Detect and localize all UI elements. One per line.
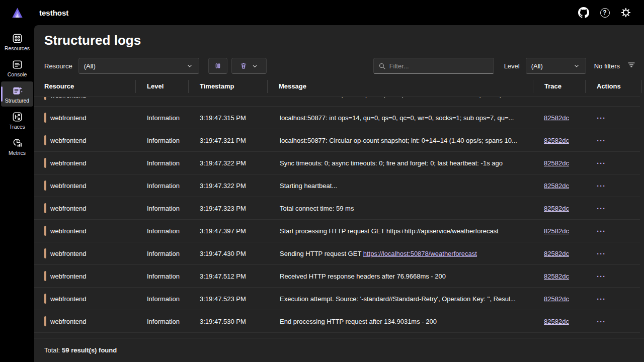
column-header-message[interactable]: Message [268,80,533,93]
sidebar-item-traces[interactable]: Traces [1,108,33,133]
resource-cell: webfrontend [34,226,136,236]
column-header-trace[interactable]: Trace [533,80,586,93]
log-row[interactable]: webfrontend Information 3:19:47.430 PM S… [34,242,640,265]
trace-link[interactable]: 82582dc [544,114,569,122]
trace-link[interactable]: 82582dc [544,97,569,98]
log-row[interactable]: webfrontend Information 3:19:47.321 PM l… [34,129,640,152]
main-panel: Structured logs Resource (All) [34,25,644,362]
level-cell: Information [136,97,189,98]
log-row[interactable]: webfrontend Information localhost:50877:… [34,97,640,107]
resource-cell-label: webfrontend [50,97,87,99]
resources-grid-icon [12,33,23,44]
resource-select[interactable]: (All) [78,58,199,74]
total-count: 59 result(s) found [62,346,117,354]
log-row[interactable]: webfrontend Information 3:19:47.397 PM S… [34,220,640,242]
actions-cell: ··· [586,272,640,281]
message-cell: Starting heartbeat... [268,182,533,190]
settings-icon[interactable] [619,6,633,20]
row-actions-button[interactable]: ··· [597,182,606,190]
trace-link[interactable]: 82582dc [544,137,569,144]
level-cell: Information [136,159,189,167]
sidebar-item-label: Traces [9,124,25,130]
resource-cell-label: webfrontend [50,182,87,190]
row-actions-button[interactable]: ··· [597,317,606,326]
resource-filter-label: Resource [44,62,72,70]
log-row[interactable]: webfrontend Information 3:19:47.322 PM S… [34,152,640,174]
message-cell: localhost:50877: Circular op-count snaps… [268,137,533,144]
trace-cell: 82582dc [533,137,586,144]
level-cell: Information [136,318,189,325]
resource-color-marker [44,248,46,258]
level-cell: Information [136,273,189,280]
message-cell: localhost:50877: int ops=14, qu=0, qs=0,… [268,114,533,122]
row-actions-button[interactable]: ··· [597,159,606,167]
log-row[interactable]: webfrontend Information 3:19:47.523 PM E… [34,288,640,310]
resource-cell: webfrontend [34,97,136,100]
resource-color-marker [44,135,46,145]
resource-color-marker [44,226,46,236]
log-row[interactable]: webfrontend Information 3:19:47.322 PM S… [34,174,640,197]
row-actions-button[interactable]: ··· [597,249,606,258]
log-row[interactable]: webfrontend Information 3:19:47.323 PM T… [34,197,640,220]
resource-cell-label: webfrontend [50,250,87,257]
trace-cell: 82582dc [533,295,586,303]
trace-link[interactable]: 82582dc [544,227,569,235]
help-icon[interactable]: ? [598,6,612,20]
sidebar-item-resources[interactable]: Resources [1,29,33,54]
trace-link[interactable]: 82582dc [544,159,569,167]
sidebar: Resources Console Structured [0,25,34,362]
message-url-link[interactable]: https://localhost:50878/weatherforecast [363,250,477,257]
level-cell: Information [136,250,189,257]
console-icon [12,59,23,70]
toolbar: Resource (All) Level [44,58,636,74]
level-cell: Information [136,227,189,235]
clear-logs-button[interactable] [231,58,267,74]
resource-cell: webfrontend [34,113,136,123]
timestamp-cell: 3:19:47.315 PM [189,114,268,122]
resource-cell-label: webfrontend [50,227,87,235]
resource-cell-label: webfrontend [50,159,87,167]
column-header-timestamp[interactable]: Timestamp [189,80,268,93]
pause-incoming-data-button[interactable] [208,58,227,74]
level-cell: Information [136,114,189,122]
message-cell: Execution attempt. Source: '-standard//S… [268,295,533,303]
chevron-down-icon [251,62,259,70]
column-header-actions[interactable]: Actions [586,80,642,93]
filters-icon[interactable] [627,60,636,71]
trace-link[interactable]: 82582dc [544,273,569,280]
trace-link[interactable]: 82582dc [544,182,569,190]
filter-input[interactable] [389,62,490,70]
row-actions-button[interactable]: ··· [597,295,606,303]
row-actions-button[interactable]: ··· [597,204,606,213]
resource-cell-label: webfrontend [50,273,87,280]
row-actions-button[interactable]: ··· [597,272,606,281]
log-row[interactable]: webfrontend Information 3:19:47.315 PM l… [34,107,640,129]
trace-link[interactable]: 82582dc [544,318,569,325]
message-cell: Start processing HTTP request GET https+… [268,227,533,235]
github-icon[interactable] [577,6,591,20]
sidebar-item-metrics[interactable]: Metrics [1,134,33,159]
actions-cell: ··· [586,227,640,235]
sidebar-item-console[interactable]: Console [1,55,33,80]
trace-cell: 82582dc [533,182,586,190]
actions-cell: ··· [586,136,640,145]
resource-cell: webfrontend [34,203,136,213]
trace-link[interactable]: 82582dc [544,205,569,212]
row-actions-button[interactable]: ··· [597,114,606,122]
resource-cell: webfrontend [34,316,136,326]
log-row[interactable]: webfrontend Information 3:19:47.512 PM R… [34,265,640,288]
trace-link[interactable]: 82582dc [544,295,569,303]
level-select[interactable]: (All) [526,58,586,74]
resource-select-value: (All) [84,62,186,70]
column-header-level[interactable]: Level [136,80,189,93]
column-header-resource[interactable]: Resource [34,80,136,93]
row-actions-button[interactable]: ··· [597,227,606,235]
log-row[interactable]: webfrontend Information 3:19:47.530 PM E… [34,310,640,333]
table-footer: Total: 59 result(s) found [34,338,644,362]
trace-link[interactable]: 82582dc [544,250,569,257]
sidebar-item-structured[interactable]: Structured [1,81,33,107]
row-actions-button[interactable]: ··· [597,136,606,145]
resource-cell-label: webfrontend [50,318,87,325]
sidebar-item-label: Console [8,71,27,77]
row-actions-button[interactable]: ··· [597,97,606,99]
